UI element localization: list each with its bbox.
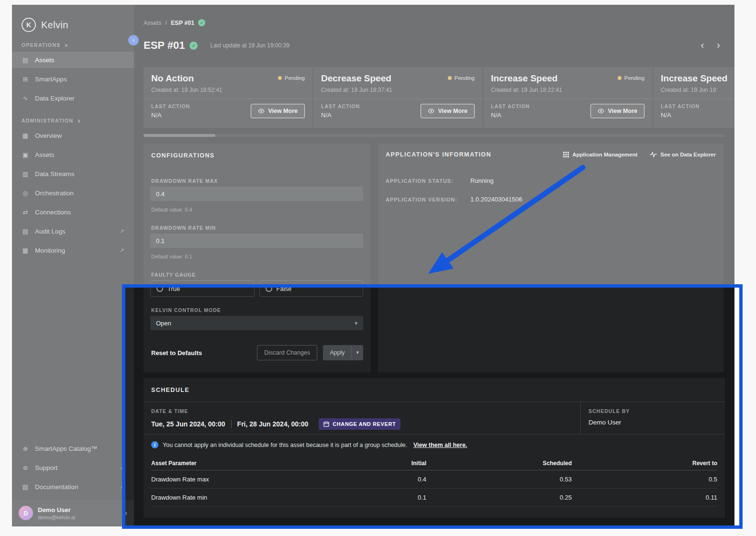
sidebar-item-overview[interactable]: ▦ Overview: [12, 127, 134, 144]
cell-parameter: Drawdown Rate max: [151, 476, 319, 483]
eye-icon: [428, 108, 434, 114]
card-created-text: Created at: 19 Jun 18:: [661, 87, 734, 93]
waveform-icon: [650, 152, 657, 157]
select-value: Open: [156, 320, 171, 327]
input-value: 0.4: [156, 190, 165, 198]
chevron-down-icon[interactable]: ▾: [352, 345, 363, 360]
sidebar-item-label: Data Streams: [35, 170, 75, 178]
change-and-revert-button[interactable]: CHANGE AND REVERT: [319, 418, 400, 430]
radio-true[interactable]: True: [150, 280, 255, 297]
apply-button[interactable]: Apply ▾: [323, 345, 363, 360]
sidebar-item-label: Data Explorer: [35, 95, 75, 102]
card-body: LAST ACTION N/A View More: [144, 99, 312, 124]
documentation-icon: ▤: [22, 483, 29, 491]
sidebar-item-admin-assets[interactable]: ▣ Assets: [12, 146, 134, 163]
schedule-header: SCHEDULE: [144, 378, 725, 402]
sidebar-item-smartapps-catalog[interactable]: ⊕ SmartApps Catalog™: [12, 440, 134, 457]
previous-arrow-button[interactable]: ‹: [700, 40, 704, 51]
sidebar-item-documentation[interactable]: ▤ Documentation ↗: [12, 479, 134, 495]
configurations-actions: Reset to Defaults Discard Changes Apply …: [151, 345, 363, 361]
card-title: Decrease Speed: [321, 73, 391, 84]
page-header: ESP #01 ✓ Last update at 19 Jun 19:00:39: [144, 39, 289, 52]
application-management-button[interactable]: Application Management: [563, 152, 637, 157]
control-mode-select[interactable]: Open ▾: [150, 316, 363, 330]
sidebar-item-smartapps[interactable]: ⊞ SmartApps: [12, 71, 134, 87]
sidebar-item-assets[interactable]: ▤ Assets: [12, 52, 134, 68]
catalog-icon: ⊕: [22, 445, 29, 452]
radio-false[interactable]: False: [259, 280, 364, 297]
view-more-button[interactable]: View More: [590, 104, 645, 118]
last-action-label: LAST ACTION: [661, 103, 700, 109]
sidebar-item-orchestration[interactable]: ◎ Orchestration: [12, 185, 134, 201]
user-name: Demo User: [38, 506, 75, 514]
sidebar-item-label: SmartApps: [35, 76, 67, 83]
column-initial: Initial: [319, 460, 426, 467]
cell-parameter: Drawdown Rate min: [151, 494, 319, 501]
sidebar-item-label: Connections: [35, 209, 71, 216]
sidebar-item-audit-logs[interactable]: ▤ Audit Logs ↗: [12, 223, 134, 239]
discard-changes-button[interactable]: Discard Changes: [257, 345, 317, 360]
datetime-label: DATE & TIME: [151, 408, 573, 414]
view-more-button[interactable]: View More: [421, 104, 475, 118]
view-more-button[interactable]: View More: [251, 104, 305, 118]
sidebar-item-connections[interactable]: ⇄ Connections: [12, 204, 134, 220]
user-email: demo@kelvin.ai: [38, 514, 75, 520]
logo-letter: K: [26, 21, 31, 29]
last-action-label: LAST ACTION: [491, 103, 530, 109]
section-operations[interactable]: OPERATIONS ∨: [12, 42, 134, 52]
drawdown-rate-max-input[interactable]: 0.4: [150, 187, 363, 201]
sidebar-collapse-button[interactable]: ‹: [128, 35, 139, 45]
chevron-right-icon: ›: [125, 509, 127, 517]
button-label: Application Management: [572, 152, 637, 157]
orchestration-icon: ◎: [22, 190, 29, 197]
avatar: D: [19, 506, 33, 520]
view-them-all-link[interactable]: View them all here.: [413, 442, 467, 448]
external-link-icon: ↗: [120, 228, 124, 234]
last-update-text: Last update at 19 Jun 19:00:39: [210, 42, 289, 49]
drawdown-rate-min-input[interactable]: 0.1: [150, 234, 363, 248]
kelvin-logo-icon: K: [22, 18, 36, 32]
card-pager: ‹ ›: [700, 40, 720, 51]
app-logo: K Kelvin: [12, 5, 134, 34]
group-schedule-notice: i You cannot apply an individual schedul…: [144, 435, 725, 452]
sidebar-item-support[interactable]: ⊚ Support ↗: [12, 459, 134, 476]
sidebar: K Kelvin OPERATIONS ∨ ▤ Assets ⊞ SmartAp…: [12, 5, 134, 526]
app-window: K Kelvin OPERATIONS ∨ ▤ Assets ⊞ SmartAp…: [12, 5, 734, 526]
smartapps-icon: ⊞: [22, 76, 29, 83]
scrollbar-thumb[interactable]: [144, 134, 215, 137]
status-text: Pending: [285, 75, 305, 81]
table-header-row: Asset Parameter Initial Scheduled Revert…: [151, 456, 717, 470]
reset-to-defaults-button[interactable]: Reset to Defaults: [151, 349, 202, 357]
eye-icon: [598, 108, 604, 114]
section-administration[interactable]: ADMINISTRATION ∨: [12, 118, 134, 127]
card-created-text: Created at: 19 Jun 18:37:41: [321, 87, 475, 93]
eye-icon: [258, 108, 265, 114]
card-created-text: Created at: 19 Jun 18:52:41: [151, 87, 305, 93]
see-on-data-explorer-button[interactable]: See on Data Explorer: [650, 152, 716, 157]
sidebar-item-data-streams[interactable]: ▥ Data Streams: [12, 166, 134, 182]
user-profile[interactable]: D Demo User demo@kelvin.ai ›: [12, 500, 134, 526]
sidebar-item-monitoring[interactable]: ▦ Monitoring ↗: [12, 242, 134, 258]
sidebar-item-data-explorer[interactable]: ∿ Data Explorer: [12, 90, 134, 106]
last-action-value: N/A: [661, 112, 700, 119]
card-title: No Action: [151, 73, 194, 84]
breadcrumb: Assets / ESP #01 ✓: [144, 19, 205, 26]
chevron-down-icon: ▾: [355, 320, 357, 326]
section-operations-label: OPERATIONS: [22, 42, 61, 48]
chevron-down-icon: ∨: [65, 43, 69, 48]
radio-label: True: [167, 285, 180, 292]
button-label: CHANGE AND REVERT: [333, 421, 396, 427]
sidebar-item-label: Support: [35, 464, 57, 471]
date-separator: [231, 420, 232, 428]
drawdown-rate-max-default: Default value: 0.4: [151, 207, 192, 212]
check-glyph: ✓: [200, 21, 204, 25]
cards-scrollbar[interactable]: [144, 134, 725, 137]
next-arrow-button[interactable]: ›: [717, 40, 720, 51]
cell-initial: 0.1: [319, 494, 426, 501]
breadcrumb-assets-link[interactable]: Assets: [144, 20, 162, 26]
action-card-increase-speed: Increase Speed Pending Created at: 19 Ju…: [483, 67, 652, 128]
schedule-by-label: SCHEDULE BY: [589, 408, 717, 414]
cell-scheduled: 0.25: [426, 494, 572, 501]
schedule-table: Asset Parameter Initial Scheduled Revert…: [151, 456, 717, 507]
application-status-value: Running: [470, 177, 493, 184]
